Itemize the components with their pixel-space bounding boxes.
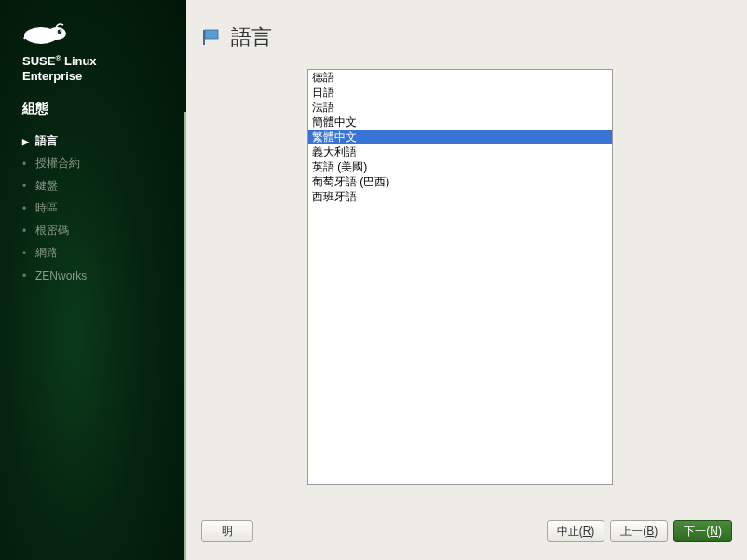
sidebar: SUSE® Linux Enterprise 組態 語言授權合約鍵盤時區根密碼網… <box>0 0 186 560</box>
flag-icon <box>201 28 224 47</box>
sidebar-item-0[interactable]: 語言 <box>22 130 186 153</box>
language-option[interactable]: 義大利語 <box>308 144 612 159</box>
language-option[interactable]: 英語 (美國) <box>308 159 612 174</box>
bullet-icon <box>22 202 35 215</box>
language-option[interactable]: 繁體中文 <box>308 130 612 144</box>
sidebar-item-4[interactable]: 根密碼 <box>22 220 186 242</box>
sidebar-item-5[interactable]: 網路 <box>22 242 186 265</box>
svg-point-1 <box>48 27 66 40</box>
sidebar-item-6[interactable]: ZENworks <box>22 265 186 287</box>
sidebar-item-label: 時區 <box>35 200 58 216</box>
bullet-icon <box>22 180 35 193</box>
bullet-icon <box>22 225 35 238</box>
language-option[interactable]: 德語 <box>308 70 612 85</box>
sidebar-item-1[interactable]: 授權合約 <box>22 153 186 175</box>
sidebar-nav: 語言授權合約鍵盤時區根密碼網路ZENworks <box>22 130 186 287</box>
sidebar-item-3[interactable]: 時區 <box>22 198 186 220</box>
sidebar-item-label: 鍵盤 <box>35 178 58 194</box>
language-option[interactable]: 葡萄牙語 (巴西) <box>308 174 612 189</box>
language-option[interactable]: 法語 <box>308 100 612 115</box>
abort-button[interactable]: 中止(R) <box>547 520 605 542</box>
main-panel: 語言 德語日語法語簡體中文繁體中文義大利語英語 (美國)葡萄牙語 (巴西)西班牙… <box>186 0 747 560</box>
sidebar-item-label: 授權合約 <box>35 156 80 171</box>
language-listbox-wrap: 德語日語法語簡體中文繁體中文義大利語英語 (美國)葡萄牙語 (巴西)西班牙語 <box>307 69 613 485</box>
back-button[interactable]: 上一(B) <box>610 520 668 542</box>
language-option[interactable]: 日語 <box>308 85 612 100</box>
sidebar-section-title: 組態 <box>22 101 186 117</box>
sidebar-item-label: ZENworks <box>35 269 87 282</box>
footer: 明 中止(R) 上一(B) 下一(N) <box>186 513 747 560</box>
next-button[interactable]: 下一(N) <box>673 520 732 542</box>
language-option[interactable]: 簡體中文 <box>308 115 612 130</box>
page-header: 語言 <box>186 0 747 56</box>
language-listbox[interactable]: 德語日語法語簡體中文繁體中文義大利語英語 (美國)葡萄牙語 (巴西)西班牙語 <box>308 70 612 484</box>
svg-point-2 <box>58 30 62 34</box>
sidebar-item-label: 網路 <box>35 245 58 261</box>
sidebar-item-2[interactable]: 鍵盤 <box>22 175 186 198</box>
svg-point-3 <box>60 30 61 32</box>
svg-rect-5 <box>205 30 218 39</box>
page-title: 語言 <box>231 23 272 51</box>
sidebar-item-label: 根密碼 <box>35 223 69 239</box>
suse-logo <box>22 19 186 47</box>
content-area: 德語日語法語簡體中文繁體中文義大利語英語 (美國)葡萄牙語 (巴西)西班牙語 <box>186 56 747 513</box>
brand-text: SUSE® Linux Enterprise <box>22 54 186 84</box>
bullet-icon <box>22 269 35 282</box>
language-option[interactable]: 西班牙語 <box>308 189 612 204</box>
help-button[interactable]: 明 <box>201 520 253 542</box>
bullet-icon <box>22 247 35 260</box>
sidebar-item-label: 語言 <box>35 133 58 149</box>
triangle-right-icon <box>22 137 35 146</box>
bullet-icon <box>22 157 35 171</box>
